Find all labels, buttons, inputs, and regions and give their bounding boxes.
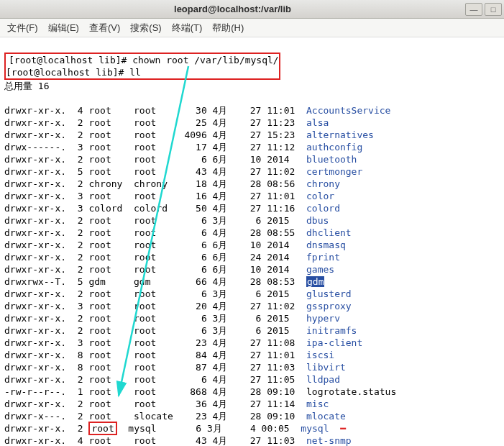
menu-terminal[interactable]: 终端(T) xyxy=(172,22,203,35)
file-name: glusterd xyxy=(306,288,352,299)
file-name: color xyxy=(306,191,334,201)
file-row: drwxr-xr-x. 2 root root 36 4月 27 11:14 m… xyxy=(4,398,500,410)
file-name: misc xyxy=(306,399,329,409)
file-row: drwxr-xr-x. 4 root root 30 4月 27 11:01 A… xyxy=(4,104,500,117)
menu-file[interactable]: 文件(F) xyxy=(7,22,38,35)
file-row: drwxr-xr-x. 2 root root 6 6月 10 2014 blu… xyxy=(4,153,500,165)
file-name: net-snmp xyxy=(306,435,352,446)
file-row: drwxr-xr-x. 2 root root 6 3月 6 2015 dbus xyxy=(4,214,500,227)
file-row: drwxr-xr-x. 3 colord colord 50 4月 27 11:… xyxy=(4,202,500,214)
file-row: -rw-r--r--. 1 root root 868 4月 28 09:10 … xyxy=(4,386,500,398)
file-name: logrotate.status xyxy=(306,386,396,397)
file-row: drwxr-xr-x. 2 root root 6 3月 6 2015 hype… xyxy=(4,312,500,324)
file-name: authconfig xyxy=(306,142,362,153)
file-row: drwxr-xr-x. 2 root root 25 4月 27 11:23 a… xyxy=(4,117,500,129)
file-name: AccountsService xyxy=(306,105,390,116)
file-name: hyperv xyxy=(306,313,340,324)
window-titlebar: leopard@localhost:/var/lib — □ xyxy=(0,0,504,19)
file-name: games xyxy=(306,264,334,275)
menu-edit[interactable]: 编辑(E) xyxy=(48,22,79,35)
file-row: drwxrwx--T. 5 gdm gdm 66 4月 28 08:53 gdm xyxy=(4,276,500,288)
file-row: drwxr-xr-x. 2 root root 6 6月 24 2014 fpr… xyxy=(4,251,500,263)
file-row: drwxr-xr-x. 2 root root 6 6月 10 2014 gam… xyxy=(4,263,500,276)
file-row: drwxr-x---. 2 root slocate 23 4月 28 09:1… xyxy=(4,410,500,422)
prompt: [root@localhost lib]# xyxy=(6,67,129,78)
prompt: [root@localhost lib]# xyxy=(9,55,132,65)
file-row: drwxr-xr-x. 8 root root 84 4月 27 11:01 i… xyxy=(4,349,500,361)
menu-help[interactable]: 帮助(H) xyxy=(212,22,244,35)
file-name: colord xyxy=(306,203,340,214)
file-name: chrony xyxy=(306,178,340,189)
file-name: alternatives xyxy=(306,129,374,140)
file-listing: drwxr-xr-x. 4 root root 30 4月 27 11:01 A… xyxy=(4,104,500,446)
file-name: dbus xyxy=(306,215,329,226)
mysql-mark-icon: ━ xyxy=(340,423,346,434)
file-name: initramfs xyxy=(306,325,357,336)
minimize-button[interactable]: — xyxy=(465,3,482,16)
file-row: drwxr-xr-x. 8 root root 87 4月 27 11:03 l… xyxy=(4,361,500,373)
menu-search[interactable]: 搜索(S) xyxy=(130,22,161,35)
file-name: fprint xyxy=(306,252,340,263)
file-name: bluetooth xyxy=(306,154,357,165)
file-row: drwxr-xr-x. 3 root root 20 4月 27 11:02 g… xyxy=(4,300,500,312)
file-row: drwxr-xr-x. 2 root root 6 6月 10 2014 dns… xyxy=(4,239,500,251)
file-row: drwxr-xr-x. 3 root root 23 4月 27 11:08 i… xyxy=(4,337,500,349)
file-name: lldpad xyxy=(306,374,340,385)
command-chown: chown root /var/lib/mysql/ xyxy=(132,55,279,65)
file-row: drwxr-xr-x. 2 root root 4096 4月 27 15:23… xyxy=(4,129,500,141)
file-name: alsa xyxy=(306,117,329,128)
file-row: drwx------. 3 root root 17 4月 27 11:12 a… xyxy=(4,141,500,153)
menu-view[interactable]: 查看(V) xyxy=(89,22,120,35)
file-name: certmonger xyxy=(306,166,362,177)
file-row: drwxr-xr-x. 5 root root 43 4月 27 11:02 c… xyxy=(4,165,500,178)
file-name: libvirt xyxy=(306,362,346,373)
window-title: leopard@localhost:/var/lib xyxy=(0,4,465,14)
command-ll: ll xyxy=(129,67,141,78)
command-highlight-box: [root@localhost lib]# chown root /var/li… xyxy=(4,53,280,80)
file-row: drwxr-xr-x. 3 root root 16 4月 27 11:01 c… xyxy=(4,190,500,202)
file-name: iscsi xyxy=(306,350,334,360)
file-name: dnsmasq xyxy=(306,240,346,250)
file-row: drwxr-xr-x. 2 root root 6 3月 6 2015 init… xyxy=(4,324,500,337)
file-name: gssproxy xyxy=(306,301,352,311)
file-name: mysql xyxy=(301,423,329,434)
owner-highlight-box: root xyxy=(88,422,116,435)
file-name: mlocate xyxy=(306,411,346,422)
file-row: drwxr-xr-x. 2 root root 6 4月 27 11:05 ll… xyxy=(4,373,500,386)
maximize-button[interactable]: □ xyxy=(485,3,502,16)
menu-bar: 文件(F) 编辑(E) 查看(V) 搜索(S) 终端(T) 帮助(H) xyxy=(0,19,504,37)
file-row: drwxr-xr-x. 4 root root 43 4月 27 11:03 n… xyxy=(4,434,500,446)
total-line: 总用量 16 xyxy=(4,80,500,92)
file-name: dhclient xyxy=(306,227,352,238)
file-row: drwxr-xr-x. 2 root root 6 4月 28 08:55 dh… xyxy=(4,227,500,239)
file-name: ipa-client xyxy=(306,337,362,348)
file-row: drwxr-xr-x. 2 chrony chrony 18 4月 28 08:… xyxy=(4,178,500,190)
file-row: drwxr-xr-x. 2 root root 6 3月 6 2015 glus… xyxy=(4,288,500,300)
file-row: drwxr-xr-x. 2 root mysql 6 3月 4 00:05 my… xyxy=(4,422,500,434)
file-name: gdm xyxy=(306,276,324,287)
terminal-output[interactable]: [root@localhost lib]# chown root /var/li… xyxy=(0,37,504,446)
